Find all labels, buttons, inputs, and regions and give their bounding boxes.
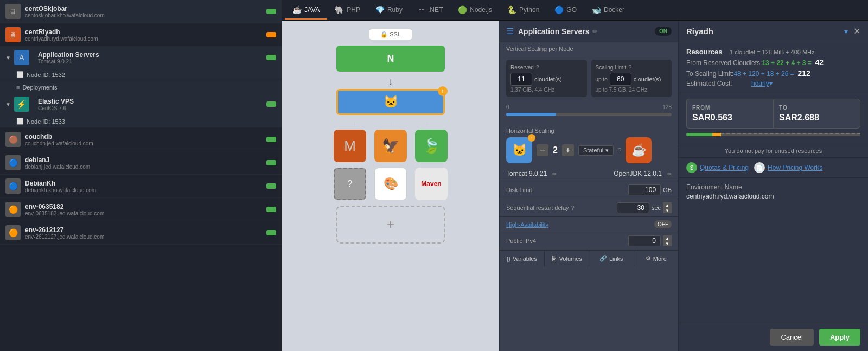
- variables-tab[interactable]: {} Variables: [500, 251, 545, 266]
- volumes-tab[interactable]: 🗄 Volumes: [545, 251, 590, 266]
- sidebar-item-couchdb[interactable]: 🟤 couchdb couchdb.jed.wafaicloud.com: [0, 128, 282, 151]
- edit-icon[interactable]: ✏: [592, 28, 598, 35]
- disk-limit-input[interactable]: [628, 184, 661, 195]
- ipv4-down[interactable]: ▼: [663, 241, 672, 246]
- tomcat-edit-icon[interactable]: ✏: [552, 171, 557, 177]
- dropdown-icon[interactable]: ▾: [844, 27, 848, 36]
- tab-dotnet[interactable]: 〰 .NET: [410, 1, 450, 20]
- quotas-pricing-link[interactable]: $ Quotas & Pricing: [686, 162, 749, 173]
- to-scaling-row: To Scaling Limit: 48 + 120 + 18 + 26 = 2…: [686, 69, 860, 78]
- arrow-right: ↓: [425, 119, 429, 127]
- tab-java-label: JAVA: [304, 6, 320, 14]
- tab-ruby[interactable]: 💎 Ruby: [368, 1, 410, 20]
- mariadb-node[interactable]: M: [334, 130, 366, 162]
- reserved-help-icon[interactable]: ?: [536, 64, 539, 71]
- jdk-node-icon: ☕: [626, 137, 652, 163]
- tomcat-icon: 🐱: [384, 95, 398, 109]
- price-bar-green: [686, 133, 712, 136]
- sidebar-item-debiankh[interactable]: 🔵 DebianKh debiankh.kho.wafaicloud.com: [0, 175, 282, 198]
- ipv4-input[interactable]: [628, 235, 661, 246]
- stateful-dropdown[interactable]: Stateful ▾: [578, 145, 614, 156]
- apply-button[interactable]: Apply: [819, 329, 860, 346]
- deployments-item[interactable]: ≡ Deployments: [0, 81, 282, 93]
- est-cost-period[interactable]: hourly: [751, 80, 769, 87]
- tab-nodejs[interactable]: 🟢 Node.js: [450, 1, 500, 20]
- close-button[interactable]: ✕: [853, 26, 860, 36]
- tab-go[interactable]: 🔵 GO: [547, 1, 584, 20]
- node-id-1532-item[interactable]: ⬜ Node ID: 1532: [0, 68, 282, 81]
- mariadb-icon: M: [344, 138, 356, 155]
- variables-icon: {}: [507, 256, 510, 262]
- increment-button[interactable]: +: [562, 144, 574, 156]
- sidebar-badge-centriyadh: [266, 32, 276, 37]
- stateful-help-icon[interactable]: ?: [618, 147, 621, 154]
- tab-docker[interactable]: 🐋 Docker: [584, 1, 632, 20]
- ipv4-label: Public IPv4: [506, 238, 628, 244]
- from-reserved-row: From Reserved Cloudlets: 13 + 22 + 4 + 3…: [686, 58, 860, 67]
- seq-restart-input[interactable]: [617, 202, 649, 213]
- more-tab[interactable]: ⚙ More: [634, 251, 679, 266]
- go-icon: 🔵: [554, 5, 564, 14]
- resources-header-row: Resources 1 cloudlet = 128 MiB + 400 MHz: [686, 48, 860, 56]
- sidebar-item-env0635182[interactable]: 🟠 env-0635182 env-0635182.jed.wafaicloud…: [0, 198, 282, 221]
- bottom-bar: Cancel Apply: [679, 323, 868, 351]
- config-toggle[interactable]: ON: [655, 27, 672, 36]
- tab-php[interactable]: 🐘 PHP: [327, 1, 368, 20]
- sidebar-item-centriyadh[interactable]: 🖥 centRiyadh centriyadh.ryd.wafaicloud.c…: [0, 23, 282, 47]
- debianj-icon: 🔵: [5, 155, 21, 170]
- disk-unit: GB: [663, 187, 672, 193]
- env0635182-domain: env-0635182.jed.wafaicloud.com: [25, 210, 104, 216]
- arrow-mid: ↓: [389, 119, 392, 127]
- ha-link[interactable]: High-Availability: [506, 221, 548, 228]
- slider-track[interactable]: [506, 113, 672, 116]
- tab-java[interactable]: ☕ JAVA: [285, 1, 327, 20]
- variables-label: Variables: [513, 256, 537, 262]
- env-name-label: Environment Name: [686, 183, 860, 191]
- decrement-button[interactable]: −: [537, 144, 548, 156]
- seq-down[interactable]: ▼: [663, 208, 672, 213]
- sidebar-item-debianj[interactable]: 🔵 debianJ debianj.jed.wafaicloud.com: [0, 151, 282, 175]
- data-nodes-row: M 🦅 🍃: [331, 130, 450, 162]
- elastic-vps-sublabel: CentOS 7.6: [38, 105, 74, 111]
- ipv4-up[interactable]: ▲: [663, 235, 672, 241]
- dropdown-arrow-est[interactable]: ▾: [769, 80, 773, 87]
- far-right-panel: Riyadh ▾ ✕ Resources 1 cloudlet = 128 Mi…: [678, 21, 868, 351]
- how-pricing-label: How Pricing Works: [768, 164, 822, 171]
- disk-limit-row: Disk Limit GB: [500, 181, 678, 199]
- add-node-2[interactable]: 🎨: [374, 168, 407, 200]
- glassfish-node[interactable]: 🦅: [374, 130, 407, 162]
- ha-toggle[interactable]: OFF: [654, 220, 672, 228]
- tab-python[interactable]: 🐍 Python: [500, 1, 547, 20]
- seq-help-icon[interactable]: ?: [571, 205, 575, 211]
- lock-icon: 🔒: [380, 31, 388, 37]
- couchdb-name: couchdb: [25, 133, 93, 141]
- tomcat-node[interactable]: 🐱 !: [336, 89, 445, 115]
- add-empty-node[interactable]: +: [336, 206, 445, 244]
- to-scaling-math-text: 48 + 120 + 18 + 26 =: [733, 70, 794, 78]
- ha-label: High-Availability: [506, 221, 654, 228]
- tab-docker-label: Docker: [604, 6, 624, 14]
- sidebar-item-centoskjobar[interactable]: 🖥 centOSkjobar centoskjobar.kho.wafaiclo…: [0, 0, 282, 23]
- env2612127-name: env-2612127: [25, 226, 104, 234]
- seq-up[interactable]: ▲: [663, 202, 672, 208]
- seq-stepper[interactable]: ▲ ▼: [663, 202, 672, 213]
- elastic-vps-header[interactable]: ▼ ⚡ Elastic VPS CentOS 7.6: [0, 93, 282, 115]
- node-id-1533-item[interactable]: ⬜ Node ID: 1533: [0, 115, 282, 128]
- add-node-1[interactable]: ?: [334, 168, 366, 200]
- nginx-node[interactable]: N: [336, 46, 445, 72]
- scaling-help-icon[interactable]: ?: [628, 64, 631, 71]
- add-node-maven[interactable]: Maven: [415, 168, 448, 200]
- reserved-input[interactable]: [510, 73, 532, 86]
- cancel-button[interactable]: Cancel: [770, 329, 813, 346]
- sidebar-item-env2612127[interactable]: 🟠 env-2612127 env-2612127.jed.wafaicloud…: [0, 221, 282, 245]
- debiankh-domain: debiankh.kho.wafaicloud.com: [25, 187, 96, 193]
- how-pricing-link[interactable]: 📄 How Pricing Works: [754, 162, 822, 173]
- mongo-node[interactable]: 🍃: [415, 130, 448, 162]
- openjdk-edit-icon[interactable]: ✏: [667, 171, 672, 177]
- app-servers-header[interactable]: ▼ A Application Servers Tomcat 9.0.21: [0, 47, 282, 68]
- couchdb-badge: [266, 137, 276, 142]
- ipv4-stepper[interactable]: ▲ ▼: [663, 235, 672, 246]
- scaling-limit-input[interactable]: [610, 73, 631, 86]
- scaling-limit-box: Scaling Limit ? up to cloudlet(s) up to …: [591, 60, 672, 97]
- links-tab[interactable]: 🔗 Links: [589, 251, 634, 266]
